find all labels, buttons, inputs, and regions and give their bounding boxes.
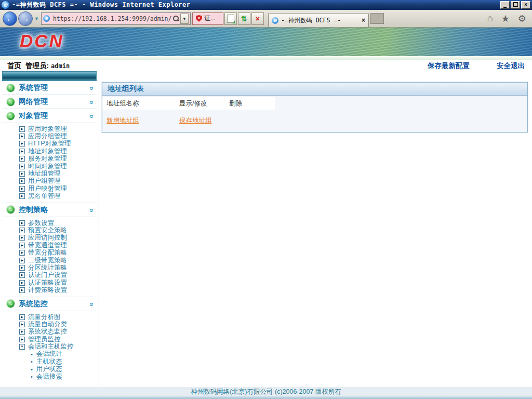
tools-gear-icon[interactable]: ⚙ <box>518 13 526 24</box>
save-address-group-link[interactable]: 保存地址组 <box>179 117 212 124</box>
save-config-link[interactable]: 保存最新配置 <box>428 61 470 71</box>
collapsed-node-icon: ▶ <box>19 171 25 177</box>
new-tab-button[interactable] <box>370 13 384 24</box>
collapsed-node-icon: ▶ <box>19 322 25 327</box>
section-label: 对象管理 <box>19 111 48 121</box>
collapsed-node-icon: ▶ <box>19 329 25 335</box>
tab-title: -=神州数码 DCFS =- <box>281 17 359 24</box>
menu-item[interactable]: ▶黑名单管理 <box>2 193 97 200</box>
brand-banner: DCN <box>0 28 532 56</box>
panel-header: 地址组列表 <box>102 83 527 96</box>
submenu-item[interactable]: •会话搜索 <box>2 373 97 380</box>
bullet-icon: • <box>31 366 33 373</box>
menu-item-label: 计费策略设置 <box>28 286 67 295</box>
collapsed-node-icon: ▶ <box>19 126 25 132</box>
sidebar-section-objects[interactable]: 对象管理 » <box>2 109 97 123</box>
site-ie-icon: e <box>43 15 50 22</box>
collapsed-node-icon: ▶ <box>19 193 25 199</box>
sidebar-divider <box>99 71 99 387</box>
ie-icon: e <box>2 1 9 9</box>
logout-link[interactable]: 安全退出 <box>497 61 525 71</box>
history-dropdown-icon[interactable]: ▼ <box>34 16 39 21</box>
section-label: 系统管理 <box>19 83 48 92</box>
certificate-error-label: 证... <box>204 14 216 23</box>
window-title: -=神州数码 DCFS =- - Windows Internet Explor… <box>12 1 191 9</box>
section-label: 控制策略 <box>19 205 48 215</box>
sidebar-section-monitor[interactable]: 系统监控 » <box>2 297 97 311</box>
top-nav-row: 首页 管理员: admin 保存最新配置 安全退出 <box>0 60 532 71</box>
page-button[interactable] <box>224 12 237 25</box>
address-group-panel: 地址组列表 地址组名称 显示/修改 删除 新增地址组 保存地址组 <box>102 82 528 132</box>
tab-favicon: e <box>272 17 278 24</box>
refresh-button[interactable]: ⇅ <box>238 12 250 25</box>
collapsed-node-icon: ▶ <box>19 178 25 184</box>
forward-button[interactable]: → <box>18 11 33 26</box>
policy-menu: ▶参数设置 ▶预置安全策略 ▶应用访问控制 ▶带宽通道管理 ▶带宽分配策略 ▶二… <box>2 217 97 297</box>
sidebar-section-system[interactable]: 系统管理 » <box>2 81 97 95</box>
admin-username: admin <box>51 62 70 70</box>
sidebar-top-bar <box>2 71 97 81</box>
collapsed-node-icon: ▶ <box>19 134 25 139</box>
browser-tab[interactable]: e -=神州数码 DCFS =- × <box>268 13 369 27</box>
collapsed-node-icon: ▶ <box>19 314 25 320</box>
tab-close-button[interactable]: × <box>362 17 365 24</box>
sidebar: 系统管理 » 网络管理 » 对象管理 » ▶应用对象管理 ▶应用分组管理 ▶HT… <box>2 71 97 387</box>
collapsed-node-icon: ▶ <box>19 280 25 286</box>
restore-icon <box>513 2 518 7</box>
panel-title: 地址组列表 <box>108 84 144 94</box>
refresh-icon: ⇅ <box>241 15 247 23</box>
section-label: 系统监控 <box>19 299 48 309</box>
breadcrumb-home[interactable]: 首页 <box>7 61 21 71</box>
certificate-error-badge[interactable]: 证... <box>192 12 223 25</box>
green-arrow-icon <box>7 112 15 120</box>
address-bar[interactable]: e ▼ <box>41 12 191 25</box>
footer-bottom-strip <box>0 396 532 399</box>
home-icon[interactable]: ⌂ <box>487 13 493 24</box>
column-header-modify: 显示/修改 <box>179 99 229 108</box>
collapsed-node-icon: ▶ <box>19 235 25 241</box>
sidebar-section-network[interactable]: 网络管理 » <box>2 95 97 109</box>
collapsed-node-icon: ▶ <box>19 258 25 263</box>
menu-item-label: 黑名单管理 <box>28 192 61 201</box>
green-arrow-icon <box>7 98 15 106</box>
back-button[interactable]: ← <box>3 11 17 26</box>
stop-icon: × <box>256 15 260 23</box>
bullet-icon: • <box>31 374 33 380</box>
collapsed-node-icon: ▶ <box>19 243 25 248</box>
green-arrow-icon <box>7 206 15 214</box>
banner-bottom-strip <box>0 56 532 60</box>
search-icon[interactable] <box>172 15 179 22</box>
collapsed-node-icon: ▶ <box>19 220 25 226</box>
window-titlebar: e -=神州数码 DCFS =- - Windows Internet Expl… <box>0 0 532 10</box>
green-arrow-icon <box>7 84 15 92</box>
chevron-double-icon[interactable]: » <box>88 114 96 117</box>
stop-button[interactable]: × <box>251 12 264 25</box>
security-shield-icon <box>196 15 202 22</box>
restore-button[interactable] <box>511 1 520 9</box>
close-button[interactable]: × <box>521 1 530 9</box>
bullet-icon: • <box>31 358 33 365</box>
chevron-double-icon[interactable]: » <box>88 86 96 89</box>
copyright-text: 神州数码网络(北京)有限公司 (c)2006-2007 版权所有 <box>191 388 341 396</box>
minimize-button[interactable]: _ <box>500 1 510 9</box>
chevron-double-icon[interactable]: » <box>88 208 96 211</box>
chevron-double-icon[interactable]: » <box>88 100 96 103</box>
collapsed-node-icon: ▶ <box>19 149 25 154</box>
footer: 神州数码网络(北京)有限公司 (c)2006-2007 版权所有 <box>0 387 532 396</box>
address-dropdown-button[interactable]: ▼ <box>180 14 189 24</box>
collapsed-node-icon: ▶ <box>19 228 25 233</box>
url-input[interactable] <box>52 15 172 23</box>
actions-row: 新增地址组 保存地址组 <box>102 116 527 125</box>
monitor-menu: ▶流量分析图 ▶流量自动分类 ▶系统状态监控 ▶管理员监控 ▼会话和主机监控 •… <box>2 311 97 383</box>
table-header-row: 地址组名称 显示/修改 删除 <box>102 97 275 110</box>
sidebar-section-policy[interactable]: 控制策略 » <box>2 203 97 217</box>
green-arrow-icon <box>7 300 15 308</box>
menu-item[interactable]: ▶计费策略设置 <box>2 286 97 294</box>
collapsed-node-icon: ▶ <box>19 265 25 271</box>
favorites-star-icon[interactable]: ★ <box>501 13 510 24</box>
add-address-group-link[interactable]: 新增地址组 <box>107 117 139 124</box>
chevron-double-icon[interactable]: » <box>88 302 96 305</box>
browser-toolbar: ← → ▼ e ▼ 证... ⇅ × e -=神州数码 DCFS =- × ⌂ … <box>0 10 532 28</box>
collapsed-node-icon: ▶ <box>19 272 25 278</box>
collapsed-node-icon: ▶ <box>19 186 25 192</box>
